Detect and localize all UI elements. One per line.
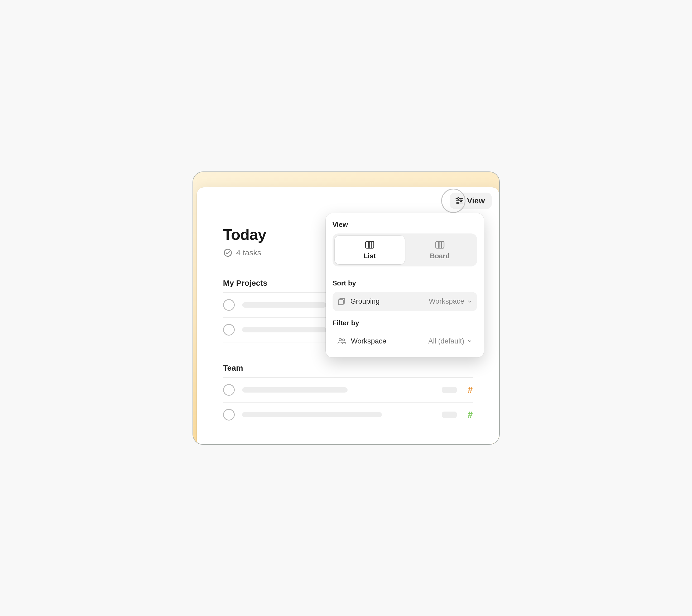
divider xyxy=(332,273,478,273)
task-title-placeholder xyxy=(242,327,326,333)
view-mode-list[interactable]: List xyxy=(335,236,405,264)
task-tag-placeholder xyxy=(442,411,457,418)
board-view-icon xyxy=(435,240,445,249)
section-title: Team xyxy=(223,363,473,378)
panel-section-label: Filter by xyxy=(332,319,477,327)
filter-option-workspace[interactable]: Workspace All (default) xyxy=(332,332,477,351)
panel-section-label: Sort by xyxy=(332,279,477,287)
task-row[interactable]: # xyxy=(223,378,473,403)
option-value: All (default) xyxy=(428,337,464,345)
task-title-placeholder xyxy=(242,387,348,392)
task-row[interactable]: # xyxy=(223,403,473,427)
option-label: Workspace xyxy=(351,337,424,345)
sliders-icon xyxy=(455,196,464,205)
list-view-icon xyxy=(365,240,375,249)
task-checkbox[interactable] xyxy=(223,384,235,396)
svg-point-5 xyxy=(456,202,458,204)
view-button[interactable]: View xyxy=(450,193,492,209)
view-mode-segmented: List Board xyxy=(332,233,477,267)
view-mode-board[interactable]: Board xyxy=(405,236,475,264)
grouping-icon xyxy=(337,297,346,306)
check-circle-icon xyxy=(223,248,233,257)
svg-rect-15 xyxy=(338,300,343,305)
sort-option-grouping[interactable]: Grouping Workspace xyxy=(332,292,477,311)
hashtag-icon: # xyxy=(468,409,473,420)
task-title-placeholder xyxy=(242,412,382,417)
option-value: Workspace xyxy=(429,297,464,305)
segment-label: List xyxy=(363,252,375,260)
segment-label: Board xyxy=(430,252,450,260)
task-checkbox[interactable] xyxy=(223,324,235,336)
task-count: 4 tasks xyxy=(236,248,261,257)
task-checkbox[interactable] xyxy=(223,409,235,421)
svg-point-16 xyxy=(339,338,341,341)
section-team: Team # # xyxy=(223,363,473,427)
chevron-down-icon xyxy=(467,299,472,304)
view-options-panel: View List xyxy=(326,213,484,358)
panel-section-label: View xyxy=(332,220,477,229)
option-label: Grouping xyxy=(350,297,424,305)
chevron-down-icon xyxy=(467,338,472,344)
hashtag-icon: # xyxy=(468,385,473,395)
workspace-icon xyxy=(337,337,346,345)
svg-point-3 xyxy=(460,200,461,201)
task-checkbox[interactable] xyxy=(223,299,235,311)
task-title-placeholder xyxy=(242,302,326,307)
view-button-label: View xyxy=(467,196,485,205)
svg-point-1 xyxy=(457,197,459,199)
task-tag-placeholder xyxy=(442,387,457,393)
svg-point-17 xyxy=(343,339,344,341)
